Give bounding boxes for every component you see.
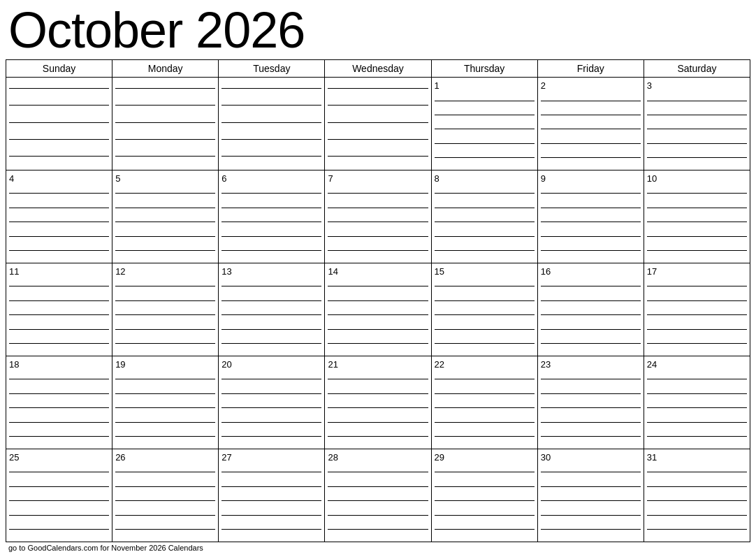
calendar-line [328,88,428,89]
day-cell-13: 13 [219,263,325,356]
day-cell-8: 8 [432,170,538,263]
lines-container [435,373,535,447]
calendar-line [115,529,215,530]
calendar-line [647,208,747,208]
calendar-line [328,314,428,315]
calendar-line [435,250,535,251]
calendar-line [9,286,109,286]
calendar-line [328,105,428,106]
calendar-line [115,407,215,408]
calendar-line [435,101,535,101]
day-cell-empty-1 [112,78,219,170]
calendar-line [115,250,215,251]
calendar-line [541,486,641,487]
calendar-line [9,300,109,301]
day-cell-11: 11 [6,263,112,356]
calendar-line [115,286,215,286]
calendar-line [115,472,215,472]
calendar-title: October 2026 [6,0,750,59]
lines-container [221,373,321,447]
day-cell-18: 18 [6,356,112,449]
calendar-line [328,407,428,408]
day-cell-1: 1 [432,78,538,170]
calendar-line [435,393,535,394]
week-row-1: 123 [6,78,750,170]
calendar-line [221,436,321,437]
calendar-line [221,515,321,516]
calendar-line [647,143,747,144]
calendar-line [115,105,215,106]
lines-container [647,187,747,261]
calendar-line [541,422,641,423]
calendar-line [328,286,428,286]
lines-container [221,280,321,354]
day-cell-empty-2 [219,78,325,170]
calendar-line [435,157,535,158]
calendar-line [221,122,321,123]
lines-container [647,466,747,540]
calendar-line [435,407,535,408]
calendar-line [221,500,321,501]
lines-container [541,280,641,354]
calendar-line [9,329,109,330]
calendar-line [647,500,747,501]
calendar-line [328,250,428,251]
calendar-line [221,393,321,394]
day-cell-28: 28 [325,449,431,542]
week-row-4: 18192021222324 [6,356,750,449]
calendar-line [647,393,747,394]
calendar-line [9,222,109,222]
calendar-line [9,407,109,408]
calendar-line [647,436,747,437]
calendar-line [541,157,641,158]
day-cell-22: 22 [432,356,538,449]
calendar-line [541,143,641,144]
calendar-line [115,222,215,222]
calendar-line [9,393,109,394]
calendar-line [328,139,428,140]
calendar-line [115,236,215,237]
calendar-line [115,343,215,344]
calendar-line [435,236,535,237]
day-cell-6: 6 [219,170,325,263]
day-number: 7 [328,173,428,184]
lines-container [9,187,109,261]
calendar-line [328,222,428,222]
day-cell-29: 29 [432,449,538,542]
day-number: 14 [328,266,428,277]
calendar-line [541,314,641,315]
weeks-container: 1234567891011121314151617181920212223242… [6,78,750,542]
calendar-line [9,208,109,208]
calendar-line [541,515,641,516]
day-cell-19: 19 [112,356,219,449]
day-cell-7: 7 [325,170,431,263]
calendar-line [647,472,747,472]
calendar-line [115,314,215,315]
calendar-line [328,515,428,516]
calendar-line [9,250,109,251]
day-number: 1 [435,80,535,92]
calendar-line [328,236,428,237]
calendar-line [541,472,641,472]
calendar-line [115,329,215,330]
calendar-grid: SundayMondayTuesdayWednesdayThursdayFrid… [6,59,750,542]
calendar-line [328,393,428,394]
calendar-line [9,343,109,344]
day-number: 5 [115,173,215,184]
calendar-line [9,193,109,194]
day-number: 25 [9,452,109,463]
lines-container [435,94,535,168]
calendar-line [435,208,535,208]
lines-container [9,80,109,168]
calendar-line [221,286,321,286]
calendar-line [328,122,428,123]
day-header-sunday: Sunday [6,60,112,77]
calendar-line [221,193,321,194]
lines-container [647,280,747,354]
calendar-line [328,422,428,423]
calendar-line [328,156,428,157]
day-number: 18 [9,359,109,370]
calendar-line [435,472,535,472]
calendar-line [9,105,109,106]
lines-container [9,373,109,447]
